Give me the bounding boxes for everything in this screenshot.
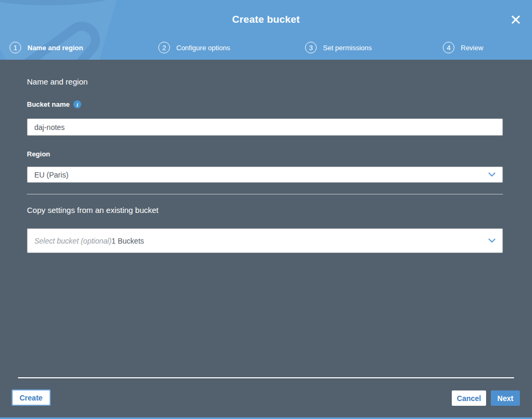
bucket-name-input[interactable] (27, 118, 503, 136)
dialog-title: Create bucket (0, 14, 532, 25)
bucket-name-label-text: Bucket name (27, 100, 70, 108)
step-configure-options[interactable]: 2 Configure options (158, 42, 230, 53)
cancel-button[interactable]: Cancel (452, 390, 486, 406)
step-review[interactable]: 4 Review (443, 42, 483, 53)
next-button[interactable]: Next (491, 390, 520, 406)
dialog-header: Create bucket ✕ 1 Name and region 2 Conf… (0, 0, 532, 60)
step-name-and-region[interactable]: 1 Name and region (10, 42, 83, 53)
region-selected-value: EU (Paris) (34, 171, 69, 179)
step-4-label: Review (461, 44, 483, 52)
bucket-count-text: 1 Buckets (111, 237, 144, 245)
dialog-body: Name and region Bucket name i Region EU … (0, 60, 532, 419)
step-2-label: Configure options (176, 44, 230, 52)
chevron-down-icon (488, 172, 496, 177)
step-2-circle: 2 (158, 42, 170, 53)
section-heading-name-and-region: Name and region (27, 77, 88, 86)
step-set-permissions[interactable]: 3 Set permissions (305, 42, 372, 53)
bucket-name-label: Bucket name i (27, 100, 81, 108)
chevron-down-icon (488, 238, 496, 243)
close-icon[interactable]: ✕ (508, 13, 524, 29)
info-icon[interactable]: i (73, 100, 81, 108)
step-1-label: Name and region (27, 44, 83, 52)
step-3-label: Set permissions (323, 44, 372, 52)
region-label: Region (27, 150, 50, 158)
footer-divider (18, 377, 514, 378)
step-4-circle: 4 (443, 42, 454, 53)
step-1-circle: 1 (10, 42, 21, 53)
copy-settings-heading: Copy settings from an existing bucket (27, 206, 158, 215)
region-label-text: Region (27, 150, 50, 158)
step-3-circle: 3 (305, 42, 317, 53)
create-bucket-dialog: Create bucket ✕ 1 Name and region 2 Conf… (0, 0, 532, 419)
create-button[interactable]: Create (12, 389, 51, 406)
copy-settings-bucket-select[interactable]: Select bucket (optional) 1 Buckets (27, 228, 503, 253)
section-divider (27, 194, 503, 194)
region-select[interactable]: EU (Paris) (27, 166, 503, 183)
bucket-select-placeholder: Select bucket (optional) (34, 237, 111, 245)
